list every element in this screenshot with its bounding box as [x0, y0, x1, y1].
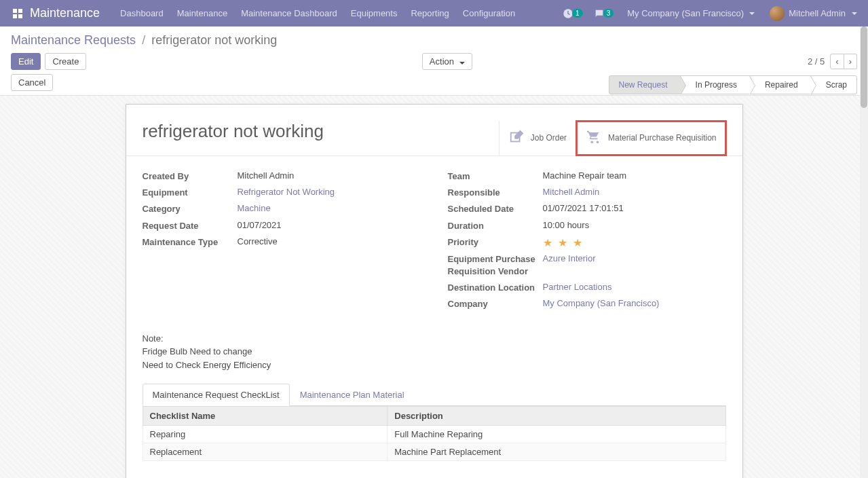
brand-name[interactable]: Maintenance: [30, 6, 100, 20]
cell-desc: Full Machine Reparing: [388, 426, 725, 443]
tab-plan-material[interactable]: Maintenance Plan Material: [290, 384, 415, 405]
nav-configuration[interactable]: Configuration: [456, 1, 522, 25]
label-destination: Destination Location: [448, 282, 543, 294]
top-navbar: Maintenance Dashboard Maintenance Mainte…: [0, 0, 868, 26]
nav-equipments[interactable]: Equipments: [344, 1, 404, 25]
pager-prev-button[interactable]: ‹: [830, 54, 844, 69]
apps-icon[interactable]: [11, 7, 24, 20]
label-responsible: Responsible: [448, 187, 543, 199]
value-duration: 10:00 hours: [543, 220, 590, 230]
status-in-progress[interactable]: In Progress: [680, 75, 750, 94]
label-created-by: Created By: [143, 170, 238, 183]
checklist-table: Checklist Name Description Reparing Full…: [143, 406, 726, 461]
nav-reporting[interactable]: Reporting: [404, 1, 455, 25]
table-row[interactable]: Replacement Machine Part Replacement: [143, 443, 725, 461]
pager-next-button[interactable]: ›: [844, 54, 857, 69]
caret-down-icon: [852, 12, 857, 15]
material-requisition-button[interactable]: Material Purchase Requisition: [576, 121, 725, 155]
tab-checklist[interactable]: Maintenance Request CheckList: [143, 384, 290, 406]
caret-down-icon: [749, 12, 755, 15]
status-scrap[interactable]: Scrap: [810, 75, 857, 94]
nav-dashboard[interactable]: Dashboard: [113, 1, 170, 25]
nav-menu: Dashboard Maintenance Maintenance Dashbo…: [113, 1, 559, 25]
scrollbar-thumb[interactable]: [861, 26, 867, 108]
scrollbar-track[interactable]: [860, 26, 868, 478]
value-company[interactable]: My Company (San Francisco): [543, 298, 660, 308]
shopping-cart-icon: [586, 130, 601, 147]
left-column: Created ByMitchell Admin EquipmentRefrig…: [143, 168, 421, 313]
value-category[interactable]: Machine: [238, 203, 271, 213]
breadcrumb-parent[interactable]: Maintenance Requests: [11, 33, 136, 47]
value-destination[interactable]: Partner Locations: [543, 282, 612, 292]
th-description: Description: [388, 407, 725, 426]
svg-rect-2: [13, 14, 17, 18]
pencil-square-icon: [509, 130, 524, 147]
pager-text: 2 / 5: [808, 56, 825, 67]
tabs: Maintenance Request CheckList Maintenanc…: [143, 384, 726, 406]
discuss-icon[interactable]: 3: [590, 5, 618, 22]
caret-down-icon: [459, 62, 465, 65]
navbar-right: 1 3 My Company (San Francisco) Mitchell …: [559, 5, 863, 22]
breadcrumb-active: refrigerator not working: [151, 33, 277, 47]
edit-button[interactable]: Edit: [11, 53, 41, 70]
th-checklist-name: Checklist Name: [143, 407, 388, 426]
value-scheduled-date: 01/07/2021 17:01:51: [543, 203, 624, 213]
user-menu[interactable]: Mitchell Admin: [764, 6, 863, 21]
svg-point-7: [597, 141, 599, 144]
status-repaired[interactable]: Repaired: [749, 75, 811, 94]
breadcrumb: Maintenance Requests / refrigerator not …: [11, 33, 857, 48]
label-request-date: Request Date: [143, 220, 238, 232]
value-created-by: Mitchell Admin: [238, 170, 295, 181]
content-area: refrigerator not working Job Order Mater…: [0, 96, 868, 478]
label-scheduled-date: Scheduled Date: [448, 203, 543, 215]
job-order-button[interactable]: Job Order: [499, 121, 576, 155]
value-maintenance-type: Corrective: [238, 236, 278, 246]
company-name: My Company (San Francisco): [627, 8, 744, 18]
statusbar: New Request In Progress Repaired Scrap: [609, 75, 857, 94]
label-category: Category: [143, 203, 238, 215]
right-column: TeamMachine Repair team ResponsibleMitch…: [448, 168, 726, 313]
button-box: Job Order Material Purchase Requisition: [499, 121, 726, 155]
breadcrumb-separator: /: [142, 33, 145, 47]
note-line1: Fridge Bulb Need to change: [143, 345, 726, 358]
discuss-count: 3: [603, 9, 614, 18]
activity-count: 1: [572, 9, 583, 18]
value-vendor[interactable]: Azure Interior: [543, 253, 596, 263]
note-label: Note:: [143, 332, 726, 346]
avatar: [770, 6, 785, 21]
table-row[interactable]: Reparing Full Machine Reparing: [143, 426, 725, 443]
label-team: Team: [448, 170, 543, 183]
label-equipment: Equipment: [143, 187, 238, 199]
svg-rect-0: [13, 9, 17, 13]
company-selector[interactable]: My Company (San Francisco): [620, 8, 761, 18]
value-request-date: 01/07/2021: [238, 220, 282, 230]
note-section: Note: Fridge Bulb Need to change Need to…: [143, 332, 726, 372]
cell-desc: Machine Part Replacement: [388, 443, 725, 461]
form-sheet: refrigerator not working Job Order Mater…: [126, 104, 743, 478]
label-duration: Duration: [448, 220, 543, 232]
job-order-label: Job Order: [531, 133, 567, 144]
cancel-button[interactable]: Cancel: [11, 74, 53, 91]
cell-name: Replacement: [143, 443, 388, 461]
status-new-request[interactable]: New Request: [609, 75, 681, 94]
user-name: Mitchell Admin: [789, 8, 846, 18]
record-title: refrigerator not working: [143, 121, 499, 155]
value-equipment[interactable]: Refrigerator Not Working: [238, 187, 335, 197]
activity-icon[interactable]: 1: [559, 5, 587, 22]
nav-maintenance[interactable]: Maintenance: [170, 1, 234, 25]
value-team: Machine Repair team: [543, 170, 627, 181]
svg-rect-1: [18, 9, 22, 13]
label-company: Company: [448, 298, 543, 310]
nav-maintenance-dashboard[interactable]: Maintenance Dashboard: [234, 1, 344, 25]
value-responsible[interactable]: Mitchell Admin: [543, 187, 600, 197]
material-requisition-label: Material Purchase Requisition: [608, 133, 716, 144]
note-line2: Need to Check Energy Efficiency: [143, 358, 726, 372]
label-vendor: Equipment Purchase Requisition Vendor: [448, 253, 543, 278]
control-panel: Maintenance Requests / refrigerator not …: [0, 26, 868, 96]
value-priority-stars[interactable]: ★ ★ ★: [543, 236, 584, 249]
cell-name: Reparing: [143, 426, 388, 443]
svg-rect-3: [18, 14, 22, 18]
action-dropdown[interactable]: Action: [422, 53, 472, 70]
create-button[interactable]: Create: [45, 53, 86, 70]
label-maintenance-type: Maintenance Type: [143, 236, 238, 249]
